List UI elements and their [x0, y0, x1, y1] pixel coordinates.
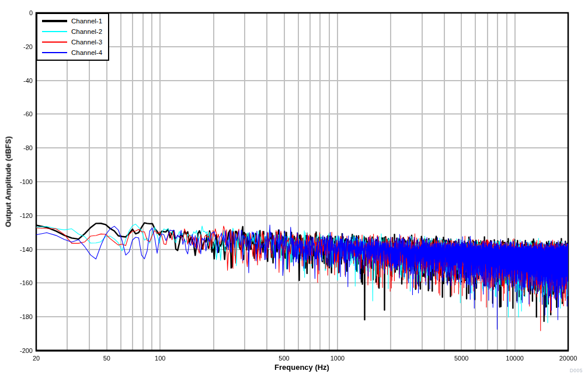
figure-footnote: D005 [570, 368, 583, 373]
legend: Channel-1Channel-2Channel-3Channel-4 [36, 13, 109, 61]
y-tick-label: 0 [29, 9, 33, 16]
x-tick-label: 100 [155, 355, 165, 362]
x-tick-label: 50 [103, 355, 110, 362]
legend-item: Channel-4 [42, 47, 108, 58]
legend-line-sample [42, 20, 67, 22]
x-tick-label: 1000 [330, 355, 345, 362]
y-tick-label: -100 [20, 178, 33, 185]
x-tick-label: 20000 [559, 355, 577, 362]
y-tick-label: -40 [23, 77, 33, 84]
x-tick-label: 20 [33, 355, 40, 362]
y-tick-label: -140 [20, 246, 33, 253]
legend-line-sample [42, 52, 67, 53]
legend-label: Channel-1 [71, 18, 102, 25]
legend-label: Channel-4 [71, 49, 102, 56]
y-tick-label: -60 [23, 110, 33, 117]
y-tick-label: -80 [23, 144, 33, 151]
y-tick-label: -180 [20, 313, 33, 320]
x-tick-label: 5000 [454, 355, 468, 362]
y-tick-label: -160 [20, 279, 33, 286]
legend-item: Channel-3 [42, 37, 108, 47]
y-axis-title: Output Amplitude (dBFS) [4, 136, 13, 227]
x-tick-label: 500 [279, 355, 289, 362]
x-tick-label: 10000 [506, 355, 524, 362]
spectrum-figure: Output Amplitude (dBFS) Frequency (Hz) 0… [0, 0, 588, 381]
legend-line-sample [42, 41, 67, 43]
legend-line-sample [42, 31, 67, 32]
y-tick-label: -120 [20, 212, 33, 219]
legend-item: Channel-2 [42, 26, 108, 37]
legend-item: Channel-1 [42, 16, 108, 26]
legend-label: Channel-3 [71, 39, 102, 46]
legend-label: Channel-2 [71, 28, 102, 35]
y-tick-label: -20 [23, 43, 33, 50]
x-axis-title: Frequency (Hz) [274, 363, 329, 372]
y-tick-label: -200 [20, 347, 33, 354]
